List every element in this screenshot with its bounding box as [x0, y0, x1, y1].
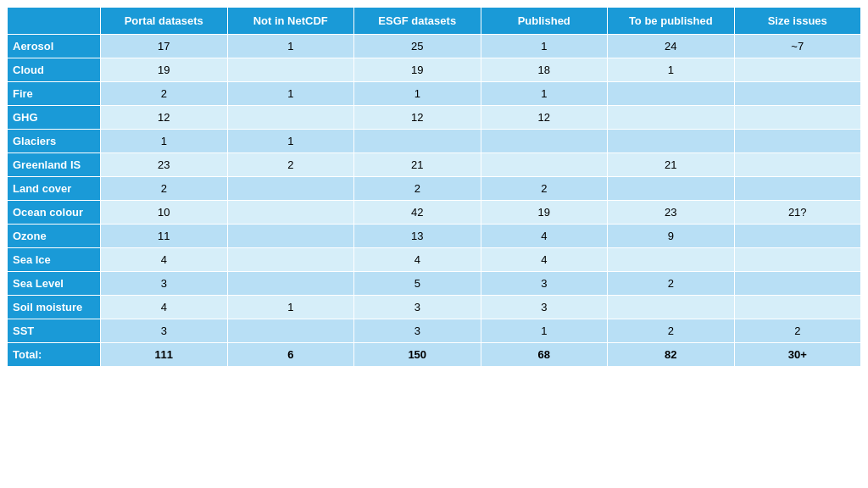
row-cell: 3	[481, 272, 608, 296]
row-cell	[608, 296, 735, 319]
table-row: Soil moisture4133	[8, 296, 861, 319]
table-row: Sea Ice444	[8, 248, 861, 272]
total-cell: 82	[608, 343, 735, 367]
row-cell: 19	[481, 201, 608, 225]
row-cell	[734, 153, 861, 177]
row-cell: 4	[101, 296, 228, 319]
row-cell: 2	[354, 177, 481, 201]
row-cell: 2	[608, 319, 735, 343]
row-cell: 3	[354, 296, 481, 319]
row-cell	[227, 225, 354, 248]
row-cell	[608, 248, 735, 272]
row-cell: 4	[481, 248, 608, 272]
row-label: Soil moisture	[8, 296, 101, 319]
row-cell	[354, 130, 481, 153]
table-row: Sea Level3532	[8, 272, 861, 296]
row-cell	[227, 177, 354, 201]
row-cell: 1	[227, 35, 354, 58]
row-label: Sea Level	[8, 272, 101, 296]
row-label: Fire	[8, 82, 101, 106]
table-row: Ozone111349	[8, 225, 861, 248]
table-row: Aerosol17125124~7	[8, 35, 861, 58]
row-cell: 2	[101, 177, 228, 201]
row-cell: 2	[734, 319, 861, 343]
header-category	[8, 8, 101, 35]
row-cell	[227, 106, 354, 130]
row-cell: 21	[354, 153, 481, 177]
data-table: Portal datasets Not in NetCDF ESGF datas…	[7, 7, 861, 367]
row-cell: 2	[101, 82, 228, 106]
row-cell	[481, 153, 608, 177]
row-cell	[734, 225, 861, 248]
row-cell: 18	[481, 58, 608, 82]
header-published: Published	[481, 8, 608, 35]
row-label: Land cover	[8, 177, 101, 201]
row-cell: 5	[354, 272, 481, 296]
row-cell	[734, 248, 861, 272]
row-cell: 11	[101, 225, 228, 248]
table-row: Ocean colour1042192321?	[8, 201, 861, 225]
row-cell: 1	[608, 58, 735, 82]
row-cell: 17	[101, 35, 228, 58]
row-cell: 2	[608, 272, 735, 296]
header-esgf-datasets: ESGF datasets	[354, 8, 481, 35]
table-row: SST33122	[8, 319, 861, 343]
row-cell: 12	[101, 106, 228, 130]
table-row: Cloud1919181	[8, 58, 861, 82]
total-cell: 150	[354, 343, 481, 367]
row-cell	[227, 272, 354, 296]
row-cell: 3	[101, 319, 228, 343]
row-cell	[734, 272, 861, 296]
total-label: Total:	[8, 343, 101, 367]
row-cell: 23	[608, 201, 735, 225]
header-row: Portal datasets Not in NetCDF ESGF datas…	[8, 8, 861, 35]
row-cell	[608, 106, 735, 130]
row-cell	[227, 201, 354, 225]
row-cell: 1	[354, 82, 481, 106]
row-cell: 9	[608, 225, 735, 248]
table-row: GHG121212	[8, 106, 861, 130]
row-cell: 1	[227, 82, 354, 106]
total-cell: 68	[481, 343, 608, 367]
row-cell	[734, 177, 861, 201]
row-label: Greenland IS	[8, 153, 101, 177]
row-cell: 2	[227, 153, 354, 177]
row-cell: 19	[354, 58, 481, 82]
row-cell: 12	[481, 106, 608, 130]
row-cell: 21?	[734, 201, 861, 225]
table-row: Greenland IS2322121	[8, 153, 861, 177]
row-cell	[608, 177, 735, 201]
row-cell: 23	[101, 153, 228, 177]
row-cell	[481, 130, 608, 153]
header-portal-datasets: Portal datasets	[101, 8, 228, 35]
row-cell	[608, 82, 735, 106]
row-cell: 2	[481, 177, 608, 201]
row-cell: 4	[481, 225, 608, 248]
row-cell: 25	[354, 35, 481, 58]
total-row: Total:1116150688230+	[8, 343, 861, 367]
row-cell: 1	[481, 319, 608, 343]
row-cell: 19	[101, 58, 228, 82]
total-cell: 30+	[734, 343, 861, 367]
row-cell: 24	[608, 35, 735, 58]
row-cell	[734, 58, 861, 82]
row-cell	[734, 130, 861, 153]
row-cell: 3	[481, 296, 608, 319]
row-label: Ozone	[8, 225, 101, 248]
row-cell: 1	[481, 82, 608, 106]
row-cell: 1	[481, 35, 608, 58]
row-cell	[227, 58, 354, 82]
header-not-in-netcdf: Not in NetCDF	[227, 8, 354, 35]
row-cell	[734, 106, 861, 130]
row-cell: 12	[354, 106, 481, 130]
row-cell	[734, 82, 861, 106]
row-cell: 3	[101, 272, 228, 296]
row-cell: 13	[354, 225, 481, 248]
table-row: Glaciers11	[8, 130, 861, 153]
row-cell: 3	[354, 319, 481, 343]
row-label: Sea Ice	[8, 248, 101, 272]
row-cell	[227, 319, 354, 343]
row-cell: 4	[354, 248, 481, 272]
total-cell: 6	[227, 343, 354, 367]
table-row: Land cover222	[8, 177, 861, 201]
